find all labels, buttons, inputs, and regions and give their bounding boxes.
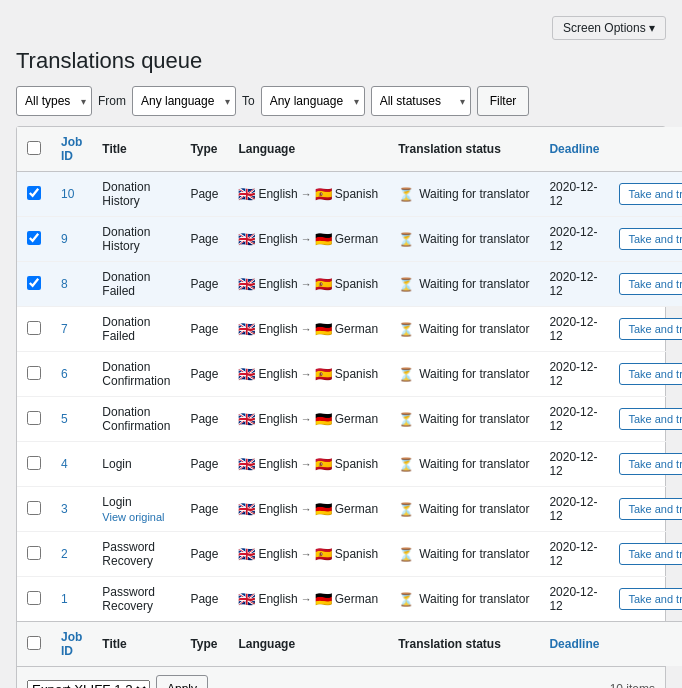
to-lang-wrapper: Any language [261, 86, 365, 116]
status-text: Waiting for translator [419, 547, 529, 561]
header-language: Language [228, 127, 388, 172]
job-id-sort-link[interactable]: Job ID [61, 135, 82, 163]
row-job-id: 6 [51, 352, 92, 397]
job-id-link[interactable]: 1 [61, 592, 68, 606]
apply-button[interactable]: Apply [156, 675, 208, 688]
footer-job-id-link[interactable]: Job ID [61, 630, 82, 658]
row-deadline: 2020-12-12 [539, 577, 609, 622]
header-translation-status: Translation status [388, 127, 539, 172]
to-language-select[interactable]: Any language [261, 86, 365, 116]
row-deadline: 2020-12-12 [539, 262, 609, 307]
row-action: Take and translate [609, 532, 682, 577]
row-checkbox[interactable] [27, 411, 41, 425]
footer-type: Type [180, 622, 228, 667]
take-and-translate-button[interactable]: Take and translate [619, 318, 682, 340]
row-type: Page [180, 217, 228, 262]
job-id-link[interactable]: 8 [61, 277, 68, 291]
row-checkbox[interactable] [27, 231, 41, 245]
job-id-link[interactable]: 6 [61, 367, 68, 381]
language-cell: 🇬🇧 English → 🇪🇸 Spanish [238, 546, 378, 562]
row-type: Page [180, 532, 228, 577]
to-flag: 🇩🇪 [315, 501, 332, 517]
view-original-link[interactable]: View original [102, 511, 170, 523]
status-text: Waiting for translator [419, 187, 529, 201]
row-status: ⏳ Waiting for translator [388, 487, 539, 532]
row-language: 🇬🇧 English → 🇪🇸 Spanish [228, 262, 388, 307]
to-lang-text: Spanish [335, 547, 378, 561]
row-title: Login [92, 442, 180, 487]
hourglass-icon: ⏳ [398, 187, 414, 202]
job-id-link[interactable]: 5 [61, 412, 68, 426]
language-cell: 🇬🇧 English → 🇩🇪 German [238, 501, 378, 517]
from-flag: 🇬🇧 [238, 456, 255, 472]
select-all-checkbox[interactable] [27, 141, 41, 155]
deadline-sort-link[interactable]: Deadline [549, 142, 599, 156]
row-checkbox[interactable] [27, 276, 41, 290]
status-filter-select[interactable]: All statuses [371, 86, 471, 116]
job-id-link[interactable]: 10 [61, 187, 74, 201]
row-deadline: 2020-12-12 [539, 487, 609, 532]
status-text: Waiting for translator [419, 502, 529, 516]
row-status: ⏳ Waiting for translator [388, 577, 539, 622]
job-id-link[interactable]: 2 [61, 547, 68, 561]
title-text: Donation Confirmation [102, 405, 170, 433]
row-checkbox-cell [17, 217, 51, 262]
status-cell: ⏳ Waiting for translator [398, 322, 529, 337]
take-and-translate-button[interactable]: Take and translate [619, 273, 682, 295]
title-text: Password Recovery [102, 585, 155, 613]
row-checkbox[interactable] [27, 456, 41, 470]
export-format-select[interactable]: Export XLIFF 1.2 [27, 680, 150, 689]
job-id-link[interactable]: 4 [61, 457, 68, 471]
take-and-translate-button[interactable]: Take and translate [619, 183, 682, 205]
row-title: Donation Confirmation [92, 352, 180, 397]
to-label: To [242, 94, 255, 108]
type-filter-select[interactable]: All types [16, 86, 92, 116]
from-language-select[interactable]: Any language [132, 86, 236, 116]
from-lang-text: English [258, 547, 297, 561]
take-and-translate-button[interactable]: Take and translate [619, 588, 682, 610]
row-action: Take and translate [609, 487, 682, 532]
row-checkbox[interactable] [27, 366, 41, 380]
take-and-translate-button[interactable]: Take and translate [619, 228, 682, 250]
from-label: From [98, 94, 126, 108]
row-checkbox[interactable] [27, 591, 41, 605]
row-checkbox[interactable] [27, 321, 41, 335]
filter-button[interactable]: Filter [477, 86, 530, 116]
row-title: Password Recovery [92, 532, 180, 577]
footer-select-all-checkbox[interactable] [27, 636, 41, 650]
arrow-icon: → [301, 323, 312, 335]
row-job-id: 3 [51, 487, 92, 532]
row-checkbox[interactable] [27, 501, 41, 515]
take-and-translate-button[interactable]: Take and translate [619, 408, 682, 430]
screen-options-button[interactable]: Screen Options ▾ [552, 16, 666, 40]
to-flag: 🇩🇪 [315, 411, 332, 427]
row-status: ⏳ Waiting for translator [388, 352, 539, 397]
title-text: Donation Confirmation [102, 360, 170, 388]
table-action-bar: Export XLIFF 1.2 Apply 10 items [17, 666, 665, 688]
to-flag: 🇪🇸 [315, 186, 332, 202]
language-cell: 🇬🇧 English → 🇩🇪 German [238, 231, 378, 247]
row-checkbox[interactable] [27, 186, 41, 200]
row-language: 🇬🇧 English → 🇩🇪 German [228, 217, 388, 262]
table-footer-row: Job ID Title Type Language Translation s… [17, 622, 682, 667]
row-checkbox-cell [17, 397, 51, 442]
take-and-translate-button[interactable]: Take and translate [619, 498, 682, 520]
job-id-link[interactable]: 3 [61, 502, 68, 516]
header-title: Title [92, 127, 180, 172]
status-text: Waiting for translator [419, 412, 529, 426]
from-lang-text: English [258, 592, 297, 606]
status-text: Waiting for translator [419, 322, 529, 336]
to-flag: 🇩🇪 [315, 231, 332, 247]
job-id-link[interactable]: 7 [61, 322, 68, 336]
footer-deadline-link[interactable]: Deadline [549, 637, 599, 651]
take-and-translate-button[interactable]: Take and translate [619, 453, 682, 475]
from-flag: 🇬🇧 [238, 276, 255, 292]
arrow-icon: → [301, 548, 312, 560]
row-checkbox[interactable] [27, 546, 41, 560]
status-cell: ⏳ Waiting for translator [398, 547, 529, 562]
status-text: Waiting for translator [419, 367, 529, 381]
job-id-link[interactable]: 9 [61, 232, 68, 246]
take-and-translate-button[interactable]: Take and translate [619, 543, 682, 565]
row-title: Login View original [92, 487, 180, 532]
take-and-translate-button[interactable]: Take and translate [619, 363, 682, 385]
